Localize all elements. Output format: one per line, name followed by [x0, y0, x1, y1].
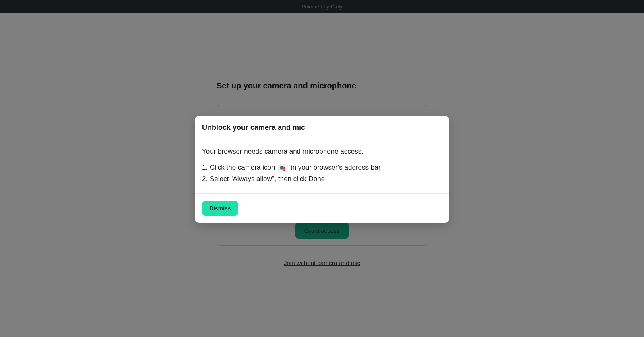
- dismiss-button[interactable]: Dismiss: [202, 201, 238, 216]
- modal-title: Unblock your camera and mic: [202, 123, 442, 132]
- modal-step-1: 1. Click the camera icon in your browser…: [202, 162, 442, 173]
- camera-blocked-icon: [278, 164, 288, 172]
- step1-suffix: in your browser's address bar: [291, 164, 380, 171]
- modal-steps: 1. Click the camera icon in your browser…: [202, 162, 442, 185]
- svg-rect-2: [283, 168, 285, 169]
- modal-body: Your browser needs camera and microphone…: [195, 140, 449, 194]
- modal-overlay[interactable]: Unblock your camera and mic Your browser…: [0, 0, 644, 337]
- step1-prefix: 1. Click the camera icon: [202, 164, 277, 171]
- modal-footer: Dismiss: [195, 194, 449, 223]
- unblock-modal: Unblock your camera and mic Your browser…: [195, 116, 449, 223]
- modal-step-2: 2. Select “Always allow”, then click Don…: [202, 173, 442, 185]
- modal-header: Unblock your camera and mic: [195, 116, 449, 140]
- modal-body-text: Your browser needs camera and microphone…: [202, 148, 442, 156]
